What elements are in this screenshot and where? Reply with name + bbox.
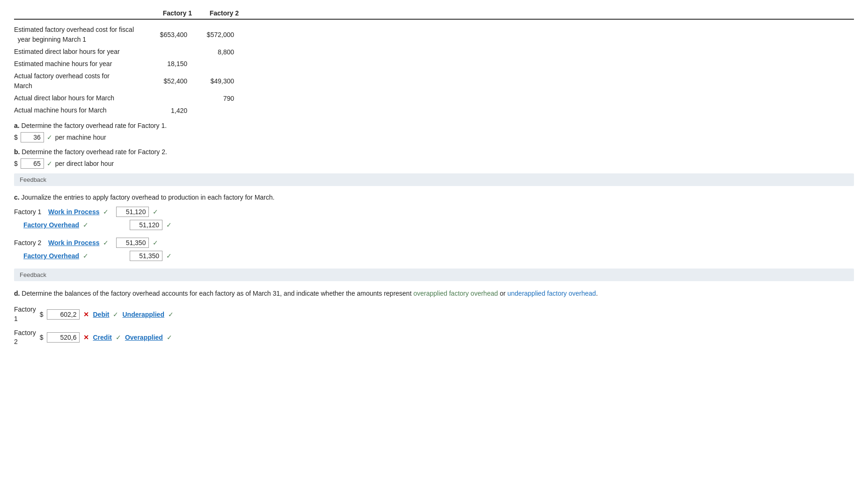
x-icon-d1: ✕	[83, 311, 89, 318]
row-label-4: Actual factory overhead costs forMarch	[14, 71, 145, 91]
part-d-label: d. Determine the balances of the factory…	[14, 289, 854, 299]
factory2-header: Factory 2	[192, 9, 239, 17]
row-val-f2-5: 790	[192, 95, 239, 102]
table-row: Estimated direct labor hours for year 8,…	[14, 46, 854, 58]
factory1-d-label: Factory1	[14, 305, 36, 323]
factory2-d-amount[interactable]: 520,6	[47, 332, 80, 343]
row-val-f2-1: $572,000	[192, 31, 239, 38]
row-val-f1-6: 1,420	[145, 107, 192, 114]
check-icon-f1-credit: ✓	[166, 221, 172, 229]
check-icon-f1-wip: ✓	[103, 208, 109, 216]
factory2-wip-row: Factory 2 Work in Process ✓ 51,350 ✓	[14, 238, 854, 248]
table-row: Estimated factory overhead cost for fisc…	[14, 23, 854, 46]
factory1-journal: Factory 1 Work in Process ✓ 51,120 ✓ Fac…	[14, 207, 854, 230]
check-icon-f2-wip: ✓	[103, 239, 109, 246]
check-icon-f2-debit: ✓	[153, 239, 158, 246]
row-label-3: Estimated machine hours for year	[14, 60, 145, 69]
data-table: Estimated factory overhead cost for fisc…	[14, 23, 854, 116]
overapplied-link[interactable]: overapplied factory overhead	[413, 290, 498, 297]
factory1-d-applied[interactable]: Underapplied	[122, 311, 164, 318]
factory2-d-label: Factory2	[14, 329, 36, 347]
factory1-d-row: Factory1 $ 602,2 ✕ Debit ✓ Underapplied …	[14, 305, 854, 323]
part-b-suffix: per direct labor hour	[55, 160, 114, 167]
check-icon-d1-applied: ✓	[168, 311, 174, 318]
factory1-fo-row: Factory Overhead ✓ 51,120 ✓	[23, 220, 854, 230]
row-label-6: Actual machine hours for March	[14, 106, 145, 115]
table-row: Actual factory overhead costs forMarch $…	[14, 70, 854, 92]
part-a-answer-row: $ 36 ✓ per machine hour	[14, 132, 854, 142]
row-val-f1-3: 18,150	[145, 60, 192, 67]
check-icon-b: ✓	[47, 160, 52, 167]
row-label-5: Actual direct labor hours for March	[14, 94, 145, 103]
factory1-journal-label: Factory 1	[14, 208, 44, 216]
factory2-fo-account[interactable]: Factory Overhead	[23, 252, 79, 260]
factory2-fo-credit[interactable]: 51,350	[130, 251, 162, 261]
factory2-journal-label: Factory 2	[14, 239, 44, 246]
check-icon-f2-fo: ✓	[83, 252, 88, 260]
table-header: Factory 1 Factory 2	[14, 9, 854, 20]
part-c-label: c. Journalize the entries to apply facto…	[14, 194, 854, 201]
factory1-wip-account[interactable]: Work in Process	[48, 208, 99, 216]
row-val-f1-4: $52,400	[145, 77, 192, 85]
part-a-label: a. Determine the factory overhead rate f…	[14, 122, 854, 129]
check-icon-d1-debit: ✓	[113, 311, 118, 318]
row-val-f2-2: 8,800	[192, 48, 239, 56]
factory1-d-amount[interactable]: 602,2	[47, 309, 80, 320]
dollar-sign-d1: $	[40, 311, 44, 318]
factory1-wip-row: Factory 1 Work in Process ✓ 51,120 ✓	[14, 207, 854, 217]
part-a-suffix: per machine hour	[55, 134, 106, 141]
x-icon-d2: ✕	[83, 334, 89, 341]
factory1-d-debit[interactable]: Debit	[93, 311, 109, 318]
dollar-sign-a: $	[14, 134, 18, 141]
check-icon-d2-applied: ✓	[167, 334, 172, 341]
factory1-fo-credit[interactable]: 51,120	[130, 220, 162, 230]
feedback-bar-2: Feedback	[14, 269, 854, 281]
row-val-f2-4: $49,300	[192, 77, 239, 85]
table-row: Estimated machine hours for year 18,150	[14, 58, 854, 70]
dollar-sign-b: $	[14, 160, 18, 167]
factory2-fo-row: Factory Overhead ✓ 51,350 ✓	[23, 251, 854, 261]
factory2-d-row: Factory2 $ 520,6 ✕ Credit ✓ Overapplied …	[14, 329, 854, 347]
row-label-2: Estimated direct labor hours for year	[14, 47, 145, 57]
part-a-input[interactable]: 36	[21, 132, 44, 142]
part-b-answer-row: $ 65 ✓ per direct labor hour	[14, 158, 854, 169]
factory1-wip-debit[interactable]: 51,120	[116, 207, 149, 217]
check-icon-f1-debit: ✓	[153, 208, 158, 216]
factory2-wip-account[interactable]: Work in Process	[48, 239, 99, 246]
underapplied-link[interactable]: underapplied factory overhead	[508, 290, 596, 297]
row-label-1: Estimated factory overhead cost for fisc…	[14, 25, 145, 45]
table-row: Actual machine hours for March 1,420	[14, 105, 854, 117]
feedback-bar-1: Feedback	[14, 173, 854, 186]
check-icon-a: ✓	[47, 134, 52, 141]
part-b-label: b. Determine the factory overhead rate f…	[14, 148, 854, 156]
row-val-f1-1: $653,400	[145, 31, 192, 38]
check-icon-d2-credit: ✓	[116, 334, 121, 341]
part-b-input[interactable]: 65	[21, 158, 44, 169]
factory2-wip-debit[interactable]: 51,350	[116, 238, 149, 248]
check-icon-f1-fo: ✓	[83, 221, 88, 229]
factory1-fo-account[interactable]: Factory Overhead	[23, 221, 79, 229]
dollar-sign-d2: $	[40, 334, 44, 341]
factory2-journal: Factory 2 Work in Process ✓ 51,350 ✓ Fac…	[14, 238, 854, 261]
factory1-header: Factory 1	[145, 9, 192, 17]
factory2-d-applied[interactable]: Overapplied	[125, 334, 163, 341]
table-row: Actual direct labor hours for March 790	[14, 92, 854, 105]
factory2-d-credit[interactable]: Credit	[93, 334, 111, 341]
check-icon-f2-credit: ✓	[166, 252, 172, 260]
